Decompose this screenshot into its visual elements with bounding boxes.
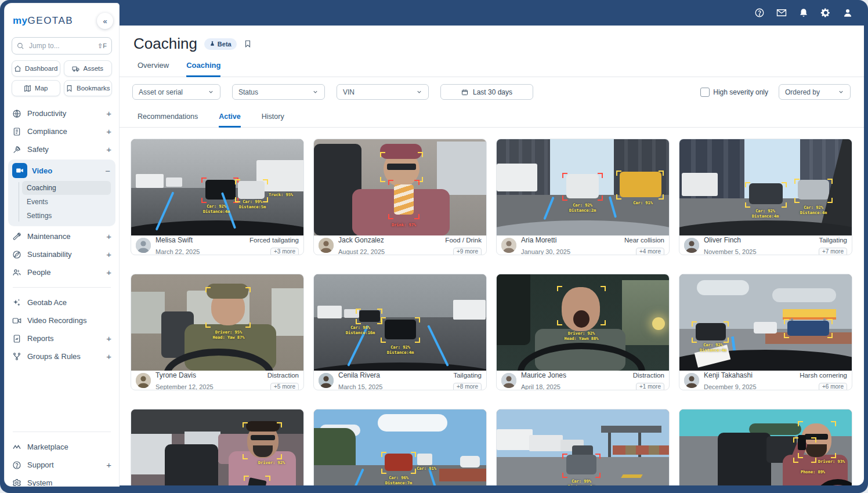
plus-icon[interactable]: +: [106, 268, 111, 277]
sidebar-subitem-events[interactable]: Events: [22, 195, 111, 209]
more-events-chip[interactable]: +4 more: [636, 248, 664, 255]
settings-icon[interactable]: [820, 8, 831, 18]
driver-name: Jack Gonzalez: [338, 236, 384, 244]
sidebar-subitem-settings[interactable]: Settings: [22, 209, 111, 223]
chevron-down-icon: [838, 89, 844, 95]
dashboard-button[interactable]: Dashboard: [12, 60, 60, 77]
truck: [497, 164, 537, 191]
minus-icon[interactable]: −: [105, 166, 110, 175]
thumbnail-highway-tailgating[interactable]: Car: 98% Distance:16m Car: 92% Distance:…: [314, 274, 486, 371]
vin-filter-select[interactable]: VIN: [337, 84, 429, 100]
coaching-card[interactable]: Car: 92% Distance:4m Car: 92% Distance:4…: [679, 139, 852, 255]
more-events-chip[interactable]: +1 more: [636, 383, 664, 390]
subtab-active[interactable]: Active: [219, 113, 241, 128]
asset-filter-select[interactable]: Asset or serial: [132, 84, 220, 100]
plus-icon[interactable]: +: [106, 334, 111, 343]
sidebar-item-sustainability[interactable]: Sustainability +: [5, 245, 119, 263]
ordered-by-select[interactable]: Ordered by: [779, 84, 851, 100]
thumbnail-city-street[interactable]: Car: 92% Distance:2m Car: 91%: [497, 139, 669, 235]
search-input[interactable]: [28, 41, 94, 50]
more-events-chip[interactable]: +7 more: [819, 248, 847, 255]
sidebar-item-productivity[interactable]: Productivity +: [5, 104, 119, 122]
coaching-card[interactable]: Car: 99% Distance:1m: [496, 409, 670, 485]
sidebar-item-maintenance[interactable]: Maintenance +: [5, 227, 119, 245]
coaching-card[interactable]: Car: 92% Distance:4m Car: 99% Distance:5…: [131, 139, 304, 255]
bookmark-page-icon[interactable]: [244, 39, 252, 49]
plus-icon[interactable]: +: [106, 250, 111, 259]
coaching-card[interactable]: Drink: 97% Jack GonzalezAugust 22, 2025 …: [313, 139, 487, 255]
plus-icon[interactable]: +: [106, 145, 111, 154]
coaching-card[interactable]: Car: 92% Distance:4m Kenji TakahashiDece…: [679, 274, 852, 390]
sidebar-item-compliance[interactable]: Compliance +: [5, 122, 119, 140]
date-range-button[interactable]: Last 30 days: [440, 84, 533, 100]
thumbnail-harsh-cornering[interactable]: Car: 92% Distance:4m: [679, 274, 852, 371]
sidebar-collapse-button[interactable]: «: [97, 13, 113, 29]
coaching-card[interactable]: Driver: 95% Head: Yaw 87% Tyrone DavisSe…: [131, 274, 304, 390]
mail-icon[interactable]: [776, 8, 787, 18]
thumbnail-sunny-road[interactable]: Car: 96% Distance:7m Car: 91%: [314, 409, 486, 485]
sidebar-item-label: Groups & Rules: [27, 352, 106, 361]
coaching-card[interactable]: Driver: 92% Phone: 96%: [131, 409, 304, 485]
coaching-card[interactable]: Driver: 93% Phone: 89%: [679, 409, 852, 485]
high-severity-checkbox[interactable]: High severity only: [700, 88, 768, 97]
sidebar-item-system[interactable]: System: [5, 474, 119, 486]
sidebar-item-groups-rules[interactable]: Groups & Rules +: [5, 347, 119, 365]
subtab-history[interactable]: History: [262, 113, 284, 127]
window: [272, 288, 303, 336]
more-events-chip[interactable]: +3 more: [270, 248, 299, 255]
plus-icon[interactable]: +: [106, 127, 111, 136]
thumbnail-driver-phone-texting[interactable]: Driver: 92% Phone: 96%: [131, 409, 303, 485]
thumbnail-city-tailgating[interactable]: Car: 92% Distance:4m Car: 92% Distance:4…: [679, 139, 852, 235]
thumbnail-driver-drinking[interactable]: Drink: 97%: [314, 139, 486, 235]
thumbnail-highway-rain[interactable]: Car: 92% Distance:4m Car: 99% Distance:5…: [131, 139, 303, 235]
sidebar-item-support[interactable]: Support +: [5, 456, 119, 474]
plus-icon[interactable]: +: [106, 461, 111, 469]
coaching-card[interactable]: Car: 96% Distance:7m Car: 91%: [313, 409, 487, 485]
jump-to-search[interactable]: ⇧F: [12, 37, 112, 55]
more-events-chip[interactable]: +5 more: [270, 383, 299, 390]
more-events-chip[interactable]: +8 more: [453, 383, 482, 390]
sidebar-subitem-coaching[interactable]: Coaching: [22, 181, 111, 195]
event-date: November 5, 2025: [704, 248, 757, 255]
detection-bracket: [244, 476, 270, 485]
sidebar-item-label: Marketplace: [27, 443, 111, 451]
truck: [682, 173, 718, 196]
thumbnail-driver-yawning[interactable]: Driver: 92% Head: Yawn 88%: [497, 274, 669, 371]
plus-icon[interactable]: +: [106, 352, 111, 361]
thumbnail-driver-yaw[interactable]: Driver: 95% Head: Yaw 87%: [131, 274, 303, 371]
sidebar-item-video-recordings[interactable]: Video Recordings: [5, 311, 119, 329]
sidebar-item-label: People: [27, 268, 106, 277]
assets-button[interactable]: Assets: [64, 60, 113, 77]
account-icon[interactable]: [842, 8, 853, 18]
map-button[interactable]: Map: [12, 80, 60, 96]
more-events-chip[interactable]: +9 more: [453, 248, 482, 255]
sidebar-item-marketplace[interactable]: Marketplace: [5, 438, 119, 456]
detection-bracket: [784, 319, 833, 338]
ordered-by-label: Ordered by: [785, 88, 820, 96]
coaching-card[interactable]: Driver: 92% Head: Yawn 88% Maurice Jones…: [496, 274, 670, 390]
plus-icon[interactable]: +: [106, 232, 111, 241]
tab-overview[interactable]: Overview: [138, 61, 169, 77]
help-icon[interactable]: [754, 8, 765, 18]
checkbox-box[interactable]: [700, 88, 710, 97]
more-events-chip[interactable]: +6 more: [819, 383, 847, 390]
bookmarks-button[interactable]: Bookmarks: [64, 80, 113, 96]
coaching-card[interactable]: Car: 98% Distance:16m Car: 92% Distance:…: [313, 274, 487, 390]
notifications-icon[interactable]: [798, 8, 809, 18]
sidebar-item-people[interactable]: People +: [5, 263, 119, 281]
sidebar-item-video[interactable]: Video −: [8, 161, 115, 180]
thumbnail-driver-phone-call[interactable]: Driver: 93% Phone: 89%: [679, 409, 852, 485]
coaching-card[interactable]: Car: 92% Distance:2m Car: 91% Aria Moret…: [496, 139, 670, 255]
subtab-recommendations[interactable]: Recommendations: [138, 113, 198, 127]
thumbnail-truck-queue[interactable]: Car: 99% Distance:1m: [497, 409, 669, 485]
sidebar-item-safety[interactable]: Safety +: [5, 140, 119, 158]
sidebar-item-reports[interactable]: Reports +: [5, 329, 119, 347]
event-type: Food / Drink: [445, 237, 482, 244]
sidebar-item-geotab-ace[interactable]: Geotab Ace: [5, 293, 119, 311]
detection-label: Car: 96% Distance:7m: [378, 476, 419, 485]
tab-coaching[interactable]: Coaching: [186, 61, 220, 77]
avatar: [319, 373, 334, 388]
truck: [497, 429, 533, 450]
status-filter-select[interactable]: Status: [232, 84, 325, 100]
plus-icon[interactable]: +: [106, 109, 111, 118]
